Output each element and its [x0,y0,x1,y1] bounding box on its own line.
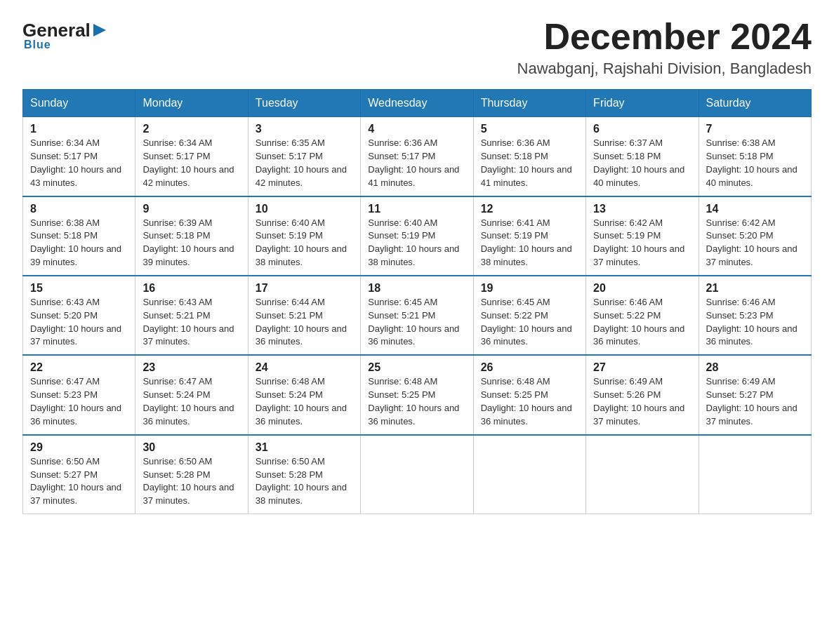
day-number: 28 [706,361,804,374]
calendar-week-row: 15Sunrise: 6:43 AMSunset: 5:20 PMDayligh… [23,276,812,355]
calendar-cell: 8Sunrise: 6:38 AMSunset: 5:18 PMDaylight… [23,196,135,276]
header-monday: Monday [135,90,248,117]
calendar-cell: 24Sunrise: 6:48 AMSunset: 5:24 PMDayligh… [248,355,360,434]
calendar-cell: 11Sunrise: 6:40 AMSunset: 5:19 PMDayligh… [361,196,473,276]
day-number: 24 [256,361,353,374]
page-title: December 2024 [517,17,812,57]
calendar-cell: 26Sunrise: 6:48 AMSunset: 5:25 PMDayligh… [473,355,585,434]
calendar-cell: 17Sunrise: 6:44 AMSunset: 5:21 PMDayligh… [248,276,360,355]
calendar-cell: 13Sunrise: 6:42 AMSunset: 5:19 PMDayligh… [586,196,699,276]
calendar-cell [699,435,811,514]
calendar-cell: 30Sunrise: 6:50 AMSunset: 5:28 PMDayligh… [135,435,248,514]
calendar-cell: 20Sunrise: 6:46 AMSunset: 5:22 PMDayligh… [586,276,699,355]
day-info: Sunrise: 6:38 AMSunset: 5:18 PMDaylight:… [30,217,128,269]
calendar-cell: 31Sunrise: 6:50 AMSunset: 5:28 PMDayligh… [248,435,360,514]
calendar-cell: 9Sunrise: 6:39 AMSunset: 5:18 PMDaylight… [135,196,248,276]
day-number: 25 [368,361,465,374]
day-number: 22 [30,361,128,374]
day-info: Sunrise: 6:46 AMSunset: 5:22 PMDaylight:… [593,296,691,349]
day-number: 13 [593,203,691,215]
day-number: 7 [706,123,804,135]
day-number: 6 [593,123,691,135]
calendar-week-row: 29Sunrise: 6:50 AMSunset: 5:27 PMDayligh… [23,435,812,514]
calendar-cell: 29Sunrise: 6:50 AMSunset: 5:27 PMDayligh… [23,435,135,514]
calendar-cell: 21Sunrise: 6:46 AMSunset: 5:23 PMDayligh… [699,276,811,355]
calendar-cell: 27Sunrise: 6:49 AMSunset: 5:26 PMDayligh… [586,355,699,434]
day-number: 8 [30,203,128,215]
day-number: 11 [368,203,465,215]
day-number: 23 [143,361,240,374]
day-info: Sunrise: 6:35 AMSunset: 5:17 PMDaylight:… [256,137,353,189]
day-number: 26 [481,361,578,374]
calendar-cell: 16Sunrise: 6:43 AMSunset: 5:21 PMDayligh… [135,276,248,355]
day-info: Sunrise: 6:50 AMSunset: 5:28 PMDaylight:… [143,455,240,508]
svg-marker-0 [93,24,106,36]
calendar-cell: 23Sunrise: 6:47 AMSunset: 5:24 PMDayligh… [135,355,248,434]
day-info: Sunrise: 6:42 AMSunset: 5:20 PMDaylight:… [706,217,804,269]
day-number: 18 [368,282,465,295]
day-info: Sunrise: 6:38 AMSunset: 5:18 PMDaylight:… [706,137,804,189]
day-number: 27 [593,361,691,374]
calendar-week-row: 8Sunrise: 6:38 AMSunset: 5:18 PMDaylight… [23,196,812,276]
calendar-cell: 1Sunrise: 6:34 AMSunset: 5:17 PMDaylight… [23,117,135,196]
calendar-week-row: 1Sunrise: 6:34 AMSunset: 5:17 PMDaylight… [23,117,812,196]
calendar-cell: 7Sunrise: 6:38 AMSunset: 5:18 PMDaylight… [699,117,811,196]
day-number: 21 [706,282,804,295]
day-info: Sunrise: 6:43 AMSunset: 5:21 PMDaylight:… [143,296,240,349]
header-thursday: Thursday [473,90,585,117]
day-info: Sunrise: 6:42 AMSunset: 5:19 PMDaylight:… [593,217,691,269]
calendar-cell: 19Sunrise: 6:45 AMSunset: 5:22 PMDayligh… [473,276,585,355]
day-info: Sunrise: 6:50 AMSunset: 5:27 PMDaylight:… [30,455,128,508]
calendar-cell: 22Sunrise: 6:47 AMSunset: 5:23 PMDayligh… [23,355,135,434]
day-info: Sunrise: 6:43 AMSunset: 5:20 PMDaylight:… [30,296,128,349]
logo-blue-text: Blue [24,39,51,51]
day-info: Sunrise: 6:50 AMSunset: 5:28 PMDaylight:… [256,455,353,508]
day-number: 9 [143,203,240,215]
logo-flag-icon [92,22,107,38]
calendar-cell: 28Sunrise: 6:49 AMSunset: 5:27 PMDayligh… [699,355,811,434]
calendar-table: SundayMondayTuesdayWednesdayThursdayFrid… [22,89,812,514]
day-info: Sunrise: 6:49 AMSunset: 5:26 PMDaylight:… [593,375,691,428]
day-number: 31 [256,441,353,454]
day-info: Sunrise: 6:48 AMSunset: 5:25 PMDaylight:… [368,375,465,428]
day-info: Sunrise: 6:44 AMSunset: 5:21 PMDaylight:… [256,296,353,349]
day-info: Sunrise: 6:48 AMSunset: 5:24 PMDaylight:… [256,375,353,428]
calendar-cell: 3Sunrise: 6:35 AMSunset: 5:17 PMDaylight… [248,117,360,196]
day-number: 1 [30,123,128,135]
header-saturday: Saturday [699,90,811,117]
day-number: 15 [30,282,128,295]
calendar-cell: 6Sunrise: 6:37 AMSunset: 5:18 PMDaylight… [586,117,699,196]
header-wednesday: Wednesday [361,90,473,117]
day-number: 20 [593,282,691,295]
day-number: 17 [256,282,353,295]
day-info: Sunrise: 6:36 AMSunset: 5:17 PMDaylight:… [368,137,465,189]
calendar-cell: 2Sunrise: 6:34 AMSunset: 5:17 PMDaylight… [135,117,248,196]
calendar-cell [586,435,699,514]
day-number: 30 [143,441,240,454]
day-info: Sunrise: 6:34 AMSunset: 5:17 PMDaylight:… [143,137,240,189]
calendar-cell: 5Sunrise: 6:36 AMSunset: 5:18 PMDaylight… [473,117,585,196]
day-info: Sunrise: 6:40 AMSunset: 5:19 PMDaylight:… [368,217,465,269]
day-info: Sunrise: 6:49 AMSunset: 5:27 PMDaylight:… [706,375,804,428]
calendar-cell: 25Sunrise: 6:48 AMSunset: 5:25 PMDayligh… [361,355,473,434]
day-info: Sunrise: 6:39 AMSunset: 5:18 PMDaylight:… [143,217,240,269]
calendar-cell [361,435,473,514]
day-number: 16 [143,282,240,295]
header-tuesday: Tuesday [248,90,360,117]
day-info: Sunrise: 6:41 AMSunset: 5:19 PMDaylight:… [481,217,578,269]
calendar-header-row: SundayMondayTuesdayWednesdayThursdayFrid… [23,90,812,117]
day-info: Sunrise: 6:47 AMSunset: 5:23 PMDaylight:… [30,375,128,428]
day-info: Sunrise: 6:45 AMSunset: 5:21 PMDaylight:… [368,296,465,349]
day-info: Sunrise: 6:37 AMSunset: 5:18 PMDaylight:… [593,137,691,189]
calendar-cell: 10Sunrise: 6:40 AMSunset: 5:19 PMDayligh… [248,196,360,276]
day-info: Sunrise: 6:48 AMSunset: 5:25 PMDaylight:… [481,375,578,428]
day-number: 19 [481,282,578,295]
calendar-cell: 4Sunrise: 6:36 AMSunset: 5:17 PMDaylight… [361,117,473,196]
calendar-cell [473,435,585,514]
day-number: 29 [30,441,128,454]
day-info: Sunrise: 6:34 AMSunset: 5:17 PMDaylight:… [30,137,128,189]
calendar-cell: 15Sunrise: 6:43 AMSunset: 5:20 PMDayligh… [23,276,135,355]
calendar-cell: 12Sunrise: 6:41 AMSunset: 5:19 PMDayligh… [473,196,585,276]
calendar-cell: 14Sunrise: 6:42 AMSunset: 5:20 PMDayligh… [699,196,811,276]
day-number: 4 [368,123,465,135]
